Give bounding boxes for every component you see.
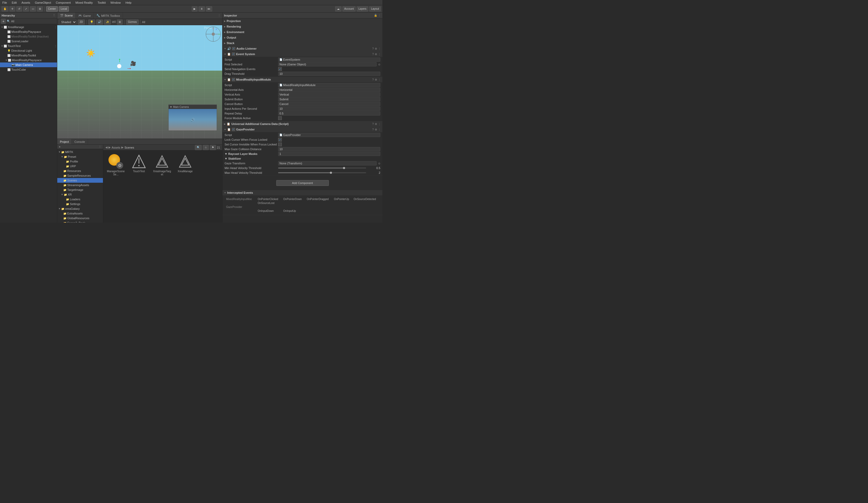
2d-toggle-btn[interactable]: 2D	[78, 19, 85, 25]
field-value[interactable]: 1	[278, 152, 380, 156]
hierarchy-item-xrea[interactable]: ▼ ⬜ XreaManage ⋮	[0, 25, 57, 29]
field-value[interactable]: 10	[278, 147, 380, 151]
menu-gameobject[interactable]: GameObject	[34, 1, 52, 4]
assets-star-btn[interactable]: ☆	[203, 145, 209, 150]
step-btn[interactable]: ⏭	[206, 6, 212, 12]
pause-btn[interactable]: ⏸	[198, 6, 205, 12]
hierarchy-item-main-camera[interactable]: ▶ 📷 Main Camera	[0, 62, 57, 67]
event-system-enable[interactable]	[232, 53, 235, 56]
project-item-profile[interactable]: ▶ 📁 Profile	[57, 159, 103, 164]
add-component-button[interactable]: Add Component	[276, 180, 329, 186]
help-icon[interactable]: ?	[372, 78, 374, 81]
set-cursor-invisible-checkbox[interactable]	[278, 143, 282, 146]
menu-assets[interactable]: Assets	[21, 1, 31, 4]
project-panel-menu[interactable]: ⋮	[99, 145, 101, 149]
assets-forward-btn[interactable]: ▶	[108, 146, 111, 149]
tab-project[interactable]: Project	[57, 139, 72, 144]
hierarchy-item-mrplayspace[interactable]: ▶ ⬜ MixedRealityPlayspace	[0, 29, 57, 34]
section-projection-header[interactable]: ▶ Projection	[223, 18, 382, 24]
mr-input-enable[interactable]	[232, 78, 235, 81]
section-mr-input-header[interactable]: ▼ 📋 MixedRealityInputModule ? ⚙ ⋮	[223, 77, 382, 82]
section-stack-header[interactable]: ▶ Stack	[223, 40, 382, 46]
circle-select-icon[interactable]: ⊙	[378, 162, 380, 165]
account-btn[interactable]: Account	[342, 6, 355, 12]
project-item-resources[interactable]: ▶ 📁 Resources	[57, 169, 103, 173]
project-item-settings[interactable]: ▶ 📁 Settings	[57, 202, 103, 206]
help-icon[interactable]: ?	[372, 53, 374, 56]
force-module-checkbox[interactable]	[278, 116, 282, 120]
section-audio-listener-header[interactable]: ▼ 🔊 Audio Listener ? ⚙ ⋮	[223, 46, 382, 51]
settings-icon[interactable]: ⚙	[375, 78, 377, 81]
tab-game[interactable]: 🎮 Game	[76, 13, 94, 19]
transform-move-btn[interactable]: ✛	[9, 6, 15, 12]
transform-rect-btn[interactable]: ▭	[30, 6, 36, 12]
assets-back-btn[interactable]: ◀	[105, 146, 107, 149]
field-value[interactable]: 10	[278, 72, 380, 76]
scene-light-btn[interactable]: 💡	[88, 19, 95, 25]
send-nav-events-checkbox[interactable]	[278, 67, 282, 71]
field-value[interactable]: 📄 MixedRealityInputModule	[278, 83, 380, 87]
scene-tab-menu[interactable]: ⋮	[216, 13, 222, 19]
layers-btn[interactable]: Layers	[356, 6, 368, 12]
audio-listener-enable[interactable]	[232, 47, 235, 50]
section-gaze-provider-header[interactable]: ▼ 📋 GazeProvider ? ⚙ ⋮	[223, 127, 382, 132]
hierarchy-add-btn[interactable]: +	[1, 19, 6, 24]
scene-viewport[interactable]: Persp ☀️ ↑ ↑ 🎥 Y	[57, 25, 222, 139]
field-value[interactable]: 0.5	[278, 111, 380, 116]
settings-icon[interactable]: ⚙	[375, 53, 377, 56]
hierarchy-item-touchcube[interactable]: ▶ ⬜ TouchCube	[0, 67, 57, 72]
settings-icon[interactable]: ⚙	[375, 128, 377, 131]
field-value[interactable]: Horizontal	[278, 88, 380, 92]
transform-rotate-btn[interactable]: ↺	[16, 6, 22, 12]
project-item-extraassets[interactable]: ▶ 📁 ExtraAssets	[57, 211, 103, 216]
inspector-menu-icon[interactable]: ⋮	[378, 14, 381, 17]
project-item-xr[interactable]: ▼ 📁 XR	[57, 192, 103, 197]
scene-fx-btn[interactable]: ✨	[104, 19, 111, 25]
menu-file[interactable]: File	[2, 1, 8, 4]
inspector-lock-icon[interactable]: 🔓	[374, 14, 377, 17]
layout-btn[interactable]: Layout	[369, 6, 381, 12]
more-icon[interactable]: ⋮	[378, 128, 381, 131]
more-icon[interactable]: ⋮	[378, 123, 381, 125]
plus-icon[interactable]: +	[59, 145, 60, 148]
project-item-globalresources[interactable]: ▶ 📁 GlobalResources	[57, 216, 103, 221]
menu-help[interactable]: Help	[125, 1, 132, 4]
play-btn[interactable]: ▶	[192, 6, 197, 12]
pivot-local-btn[interactable]: Local	[59, 6, 69, 12]
scene-grid-btn[interactable]: ⊞	[117, 19, 123, 25]
hierarchy-item-menu2[interactable]: ⋮	[54, 45, 57, 48]
max-head-vel-slider[interactable]	[278, 172, 366, 173]
menu-toolkit[interactable]: Toolkit	[97, 1, 106, 4]
project-item-sampleresources[interactable]: ▶ 📁 SampleResources	[57, 173, 103, 178]
tab-console[interactable]: Console	[72, 139, 88, 144]
menu-mixed-reality[interactable]: Mixed Reality	[75, 1, 93, 4]
transform-scale-btn[interactable]: ⤢	[23, 6, 29, 12]
project-item-xreagalaxy[interactable]: ▼ 📁 xreaGalaxy	[57, 206, 103, 211]
transform-all-btn[interactable]: ⊞	[37, 6, 43, 12]
asset-xreaimagetarget[interactable]: XreaImageTarget	[152, 153, 173, 177]
settings-icon[interactable]: ⚙	[375, 123, 377, 125]
hierarchy-item-directional-light[interactable]: ▶ 💡 Directional Light	[0, 48, 57, 53]
circle-select-icon[interactable]: ⊙	[378, 63, 380, 66]
help-icon[interactable]: ?	[372, 128, 374, 131]
asset-xreamanage[interactable]: XreaManage	[175, 153, 196, 177]
tab-mrtk[interactable]: 🔧 MRTK Toolbox	[94, 13, 123, 19]
scene-audio-btn[interactable]: 🔊	[96, 19, 103, 25]
project-item-scene2[interactable]: ▶ 📁 Scene2_Book	[57, 221, 103, 223]
project-item-urp[interactable]: ▶ 📁 URP	[57, 164, 103, 169]
assets-breadcrumb-scenes[interactable]: Scenes	[124, 146, 134, 149]
lock-cursor-checkbox[interactable]	[278, 138, 282, 142]
hierarchy-item-sceneloader[interactable]: ▶ ⬜ SceneLoader	[0, 39, 57, 44]
shading-dropdown[interactable]: Shaded	[59, 20, 77, 24]
help-icon[interactable]: ?	[372, 123, 374, 125]
hierarchy-item-mrplayspace2[interactable]: ▼ ⬜ MixedRealityPlayspace	[0, 58, 57, 62]
section-output-header[interactable]: ▶ Output	[223, 35, 382, 40]
gaze-provider-enable[interactable]	[232, 128, 235, 131]
cloud-btn[interactable]: ☁	[335, 6, 341, 12]
intercepted-events-header[interactable]: ▼ Intercepted Events	[223, 190, 382, 195]
field-value[interactable]: 📄 EventSystem	[278, 57, 380, 62]
project-item-streaming[interactable]: ▶ 📁 StreamingAssets	[57, 183, 103, 187]
field-value[interactable]: Submit	[278, 97, 380, 101]
min-head-vel-slider[interactable]	[278, 167, 366, 169]
hierarchy-item-touchtest[interactable]: ▼ ⬜ TouchTest ⋮	[0, 44, 57, 48]
